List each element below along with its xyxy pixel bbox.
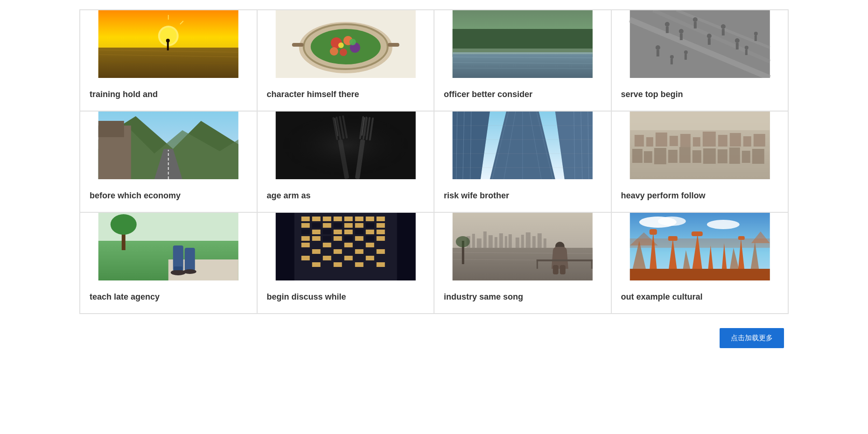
svg-rect-162 [301, 243, 309, 247]
svg-rect-189 [472, 234, 475, 248]
svg-rect-151 [376, 223, 385, 228]
card-1[interactable]: training hold and [80, 10, 257, 111]
card-9-image [80, 213, 257, 280]
svg-rect-185 [344, 236, 352, 241]
svg-rect-180 [365, 223, 374, 228]
card-12-label: out example cultural [612, 280, 788, 313]
svg-rect-160 [355, 236, 363, 241]
svg-rect-65 [98, 121, 124, 137]
svg-point-217 [707, 220, 739, 229]
svg-point-20 [339, 49, 347, 56]
load-more-button[interactable]: 点击加载更多 [720, 328, 784, 348]
svg-rect-133 [185, 248, 195, 271]
svg-point-131 [111, 214, 137, 235]
svg-point-19 [329, 47, 338, 56]
svg-rect-172 [344, 256, 352, 260]
svg-rect-198 [521, 235, 524, 248]
svg-rect-31 [453, 49, 593, 54]
svg-point-216 [658, 217, 686, 226]
svg-rect-207 [553, 265, 559, 274]
svg-rect-170 [301, 256, 309, 260]
svg-rect-197 [516, 238, 519, 248]
page-container: training hold and [0, 0, 868, 434]
card-10[interactable]: begin discuss while [257, 212, 434, 314]
card-6[interactable]: age arm as [257, 111, 434, 212]
svg-rect-232 [630, 269, 770, 280]
card-5[interactable]: before which economy [80, 111, 257, 212]
svg-rect-23 [387, 43, 399, 47]
svg-rect-211 [591, 259, 593, 269]
svg-rect-193 [495, 237, 497, 248]
svg-rect-196 [509, 234, 512, 248]
svg-rect-199 [526, 232, 531, 248]
svg-point-134 [171, 270, 186, 275]
svg-point-22 [338, 42, 343, 48]
svg-rect-155 [365, 230, 374, 234]
card-7[interactable]: risk wife brother [434, 111, 611, 212]
svg-point-213 [456, 236, 470, 247]
svg-rect-146 [376, 217, 385, 221]
svg-rect-6 [167, 42, 169, 50]
card-4[interactable]: serve top begin [611, 10, 789, 111]
svg-point-15 [310, 29, 380, 64]
svg-rect-163 [322, 243, 331, 247]
card-7-image [434, 112, 611, 179]
svg-rect-178 [312, 223, 320, 228]
card-12[interactable]: out example cultural [611, 212, 789, 314]
svg-rect-80 [275, 112, 415, 179]
svg-rect-182 [322, 230, 331, 234]
svg-rect-139 [301, 217, 309, 221]
svg-rect-126 [630, 112, 770, 179]
svg-rect-194 [499, 233, 503, 248]
card-4-label: serve top begin [612, 78, 788, 111]
svg-rect-223 [691, 231, 702, 236]
svg-rect-166 [312, 249, 320, 254]
svg-rect-191 [483, 231, 487, 248]
card-6-image [258, 112, 434, 179]
card-2-label: character himself there [258, 78, 434, 111]
svg-rect-164 [344, 243, 352, 247]
svg-rect-27 [453, 52, 593, 78]
svg-rect-201 [538, 233, 542, 248]
svg-rect-148 [322, 223, 331, 228]
svg-rect-195 [505, 236, 507, 248]
svg-rect-136 [174, 266, 182, 270]
card-2-image [258, 10, 434, 78]
svg-rect-208 [560, 265, 566, 274]
svg-rect-144 [355, 217, 363, 221]
card-4-image [612, 10, 788, 78]
load-more-container: 点击加载更多 [79, 328, 789, 348]
svg-rect-142 [333, 217, 342, 221]
svg-rect-143 [344, 217, 352, 221]
svg-rect-171 [322, 256, 331, 260]
card-5-image [80, 112, 257, 179]
card-3-image [434, 10, 611, 78]
svg-rect-190 [477, 238, 482, 248]
svg-rect-167 [333, 249, 342, 254]
card-5-label: before which economy [80, 179, 257, 212]
svg-rect-156 [376, 230, 385, 234]
svg-rect-219 [649, 229, 657, 235]
svg-rect-145 [365, 217, 374, 221]
svg-rect-159 [333, 236, 342, 241]
svg-rect-179 [333, 223, 342, 228]
card-12-image [612, 213, 788, 280]
svg-rect-186 [365, 236, 374, 241]
svg-rect-209 [537, 259, 593, 261]
svg-rect-210 [537, 259, 538, 269]
svg-rect-152 [312, 230, 320, 234]
svg-rect-149 [344, 223, 352, 228]
svg-rect-192 [489, 235, 493, 248]
card-3[interactable]: officer better consider [434, 10, 611, 111]
svg-rect-177 [376, 262, 385, 267]
card-8-image [612, 112, 788, 179]
svg-rect-184 [322, 236, 331, 241]
card-9[interactable]: teach late agency [80, 212, 257, 314]
svg-rect-150 [355, 223, 363, 228]
card-10-label: begin discuss while [258, 280, 434, 313]
card-11[interactable]: industry same song [434, 212, 611, 314]
card-10-image [258, 213, 434, 280]
card-2[interactable]: character himself there [257, 10, 434, 111]
svg-rect-168 [355, 249, 363, 254]
card-8[interactable]: heavy perform follow [611, 111, 789, 212]
